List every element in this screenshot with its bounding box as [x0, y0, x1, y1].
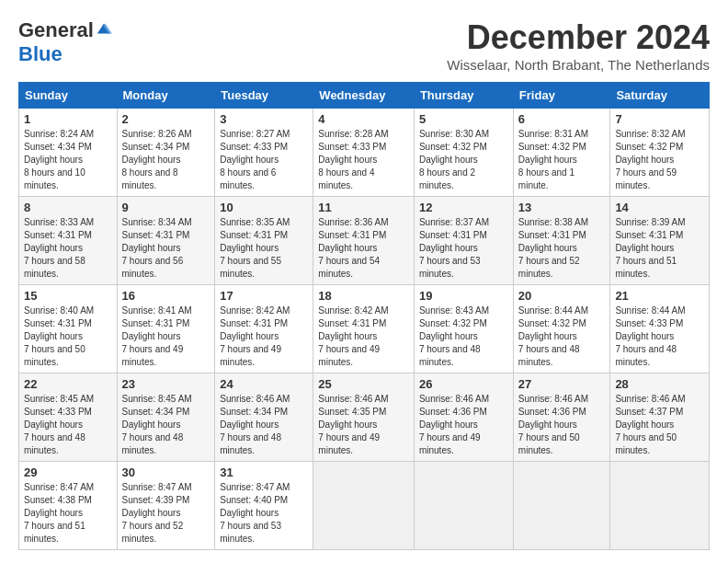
- day-number: 7: [615, 112, 704, 126]
- day-info: Sunrise: 8:46 AMSunset: 4:36 PMDaylight …: [419, 394, 489, 455]
- day-number: 19: [419, 289, 508, 303]
- calendar-header-wednesday: Wednesday: [313, 83, 415, 109]
- day-number: 28: [615, 377, 704, 391]
- calendar-week-row: 29Sunrise: 8:47 AMSunset: 4:38 PMDayligh…: [19, 462, 710, 550]
- day-number: 24: [220, 377, 308, 391]
- calendar-day-cell: 25Sunrise: 8:46 AMSunset: 4:35 PMDayligh…: [313, 373, 415, 462]
- calendar-day-cell: 17Sunrise: 8:42 AMSunset: 4:31 PMDayligh…: [215, 285, 313, 373]
- calendar-week-row: 8Sunrise: 8:33 AMSunset: 4:31 PMDaylight…: [19, 197, 710, 285]
- day-number: 31: [220, 465, 308, 479]
- calendar-empty-cell: [414, 462, 513, 550]
- day-info: Sunrise: 8:27 AMSunset: 4:33 PMDaylight …: [220, 129, 290, 190]
- calendar-day-cell: 27Sunrise: 8:46 AMSunset: 4:36 PMDayligh…: [513, 373, 610, 462]
- day-number: 14: [615, 201, 704, 214]
- day-number: 30: [122, 465, 210, 479]
- calendar-day-cell: 22Sunrise: 8:45 AMSunset: 4:33 PMDayligh…: [19, 373, 118, 462]
- calendar-day-cell: 7Sunrise: 8:32 AMSunset: 4:32 PMDaylight…: [610, 109, 710, 197]
- day-info: Sunrise: 8:36 AMSunset: 4:31 PMDaylight …: [318, 217, 388, 279]
- day-info: Sunrise: 8:38 AMSunset: 4:31 PMDaylight …: [518, 217, 588, 279]
- logo-icon: [96, 20, 112, 37]
- day-number: 4: [318, 112, 409, 126]
- day-info: Sunrise: 8:44 AMSunset: 4:33 PMDaylight …: [615, 305, 685, 367]
- calendar-day-cell: 11Sunrise: 8:36 AMSunset: 4:31 PMDayligh…: [313, 197, 415, 285]
- day-info: Sunrise: 8:33 AMSunset: 4:31 PMDaylight …: [24, 217, 94, 279]
- day-info: Sunrise: 8:41 AMSunset: 4:31 PMDaylight …: [122, 305, 192, 367]
- day-info: Sunrise: 8:26 AMSunset: 4:34 PMDaylight …: [122, 129, 192, 190]
- day-info: Sunrise: 8:42 AMSunset: 4:31 PMDaylight …: [318, 305, 388, 367]
- day-number: 15: [24, 289, 112, 303]
- calendar-day-cell: 3Sunrise: 8:27 AMSunset: 4:33 PMDaylight…: [215, 109, 313, 197]
- calendar-empty-cell: [313, 462, 415, 550]
- day-info: Sunrise: 8:34 AMSunset: 4:31 PMDaylight …: [122, 217, 192, 279]
- month-title: December 2024: [447, 18, 710, 57]
- day-number: 21: [615, 289, 704, 303]
- calendar-header-row: SundayMondayTuesdayWednesdayThursdayFrid…: [19, 83, 710, 109]
- day-number: 26: [419, 377, 508, 391]
- day-info: Sunrise: 8:43 AMSunset: 4:32 PMDaylight …: [419, 305, 489, 367]
- logo-general-text: General: [18, 18, 94, 42]
- calendar-week-row: 22Sunrise: 8:45 AMSunset: 4:33 PMDayligh…: [19, 373, 710, 462]
- calendar-day-cell: 29Sunrise: 8:47 AMSunset: 4:38 PMDayligh…: [19, 462, 118, 550]
- location-title: Wisselaar, North Brabant, The Netherland…: [447, 57, 710, 73]
- day-number: 25: [318, 377, 409, 391]
- day-number: 13: [518, 201, 606, 214]
- calendar-day-cell: 19Sunrise: 8:43 AMSunset: 4:32 PMDayligh…: [414, 285, 513, 373]
- day-info: Sunrise: 8:46 AMSunset: 4:37 PMDaylight …: [615, 394, 685, 455]
- day-number: 16: [122, 289, 210, 303]
- calendar-day-cell: 2Sunrise: 8:26 AMSunset: 4:34 PMDaylight…: [117, 109, 215, 197]
- calendar-day-cell: 1Sunrise: 8:24 AMSunset: 4:34 PMDaylight…: [19, 109, 118, 197]
- calendar-header-saturday: Saturday: [610, 83, 710, 109]
- calendar-day-cell: 21Sunrise: 8:44 AMSunset: 4:33 PMDayligh…: [610, 285, 710, 373]
- calendar-day-cell: 14Sunrise: 8:39 AMSunset: 4:31 PMDayligh…: [610, 197, 710, 285]
- day-number: 3: [220, 112, 308, 126]
- calendar-day-cell: 10Sunrise: 8:35 AMSunset: 4:31 PMDayligh…: [215, 197, 313, 285]
- calendar-day-cell: 6Sunrise: 8:31 AMSunset: 4:32 PMDaylight…: [513, 109, 610, 197]
- day-number: 6: [518, 112, 606, 126]
- calendar-day-cell: 28Sunrise: 8:46 AMSunset: 4:37 PMDayligh…: [610, 373, 710, 462]
- calendar-day-cell: 20Sunrise: 8:44 AMSunset: 4:32 PMDayligh…: [513, 285, 610, 373]
- day-number: 27: [518, 377, 606, 391]
- calendar-day-cell: 15Sunrise: 8:40 AMSunset: 4:31 PMDayligh…: [19, 285, 118, 373]
- calendar-day-cell: 8Sunrise: 8:33 AMSunset: 4:31 PMDaylight…: [19, 197, 118, 285]
- day-info: Sunrise: 8:24 AMSunset: 4:34 PMDaylight …: [24, 129, 94, 190]
- calendar-day-cell: 24Sunrise: 8:46 AMSunset: 4:34 PMDayligh…: [215, 373, 313, 462]
- day-info: Sunrise: 8:40 AMSunset: 4:31 PMDaylight …: [24, 305, 94, 367]
- day-info: Sunrise: 8:46 AMSunset: 4:34 PMDaylight …: [220, 394, 290, 455]
- calendar-day-cell: 30Sunrise: 8:47 AMSunset: 4:39 PMDayligh…: [117, 462, 215, 550]
- day-number: 11: [318, 201, 409, 214]
- calendar-empty-cell: [513, 462, 610, 550]
- calendar-week-row: 1Sunrise: 8:24 AMSunset: 4:34 PMDaylight…: [19, 109, 710, 197]
- day-info: Sunrise: 8:44 AMSunset: 4:32 PMDaylight …: [518, 305, 588, 367]
- day-info: Sunrise: 8:28 AMSunset: 4:33 PMDaylight …: [318, 129, 388, 190]
- day-info: Sunrise: 8:42 AMSunset: 4:31 PMDaylight …: [220, 305, 290, 367]
- calendar-week-row: 15Sunrise: 8:40 AMSunset: 4:31 PMDayligh…: [19, 285, 710, 373]
- day-info: Sunrise: 8:47 AMSunset: 4:38 PMDaylight …: [24, 482, 94, 544]
- day-number: 18: [318, 289, 409, 303]
- calendar-day-cell: 31Sunrise: 8:47 AMSunset: 4:40 PMDayligh…: [215, 462, 313, 550]
- day-number: 29: [24, 465, 112, 479]
- calendar-header-tuesday: Tuesday: [215, 83, 313, 109]
- day-number: 20: [518, 289, 606, 303]
- calendar-day-cell: 18Sunrise: 8:42 AMSunset: 4:31 PMDayligh…: [313, 285, 415, 373]
- day-info: Sunrise: 8:30 AMSunset: 4:32 PMDaylight …: [419, 129, 489, 190]
- day-number: 12: [419, 201, 508, 214]
- day-info: Sunrise: 8:39 AMSunset: 4:31 PMDaylight …: [615, 217, 685, 279]
- calendar-day-cell: 5Sunrise: 8:30 AMSunset: 4:32 PMDaylight…: [414, 109, 513, 197]
- title-area: December 2024 Wisselaar, North Brabant, …: [447, 18, 710, 73]
- day-info: Sunrise: 8:46 AMSunset: 4:35 PMDaylight …: [318, 394, 388, 455]
- day-info: Sunrise: 8:45 AMSunset: 4:33 PMDaylight …: [24, 394, 94, 455]
- day-number: 22: [24, 377, 112, 391]
- day-info: Sunrise: 8:37 AMSunset: 4:31 PMDaylight …: [419, 217, 489, 279]
- day-number: 17: [220, 289, 308, 303]
- calendar-day-cell: 26Sunrise: 8:46 AMSunset: 4:36 PMDayligh…: [414, 373, 513, 462]
- day-number: 5: [419, 112, 508, 126]
- day-number: 8: [24, 201, 112, 214]
- calendar-day-cell: 16Sunrise: 8:41 AMSunset: 4:31 PMDayligh…: [117, 285, 215, 373]
- header: General Blue December 2024 Wisselaar, No…: [18, 18, 710, 73]
- calendar-day-cell: 4Sunrise: 8:28 AMSunset: 4:33 PMDaylight…: [313, 109, 415, 197]
- calendar-header-monday: Monday: [117, 83, 215, 109]
- day-number: 23: [122, 377, 210, 391]
- day-number: 1: [24, 112, 112, 126]
- day-info: Sunrise: 8:45 AMSunset: 4:34 PMDaylight …: [122, 394, 192, 455]
- logo-blue-text: Blue: [18, 42, 63, 66]
